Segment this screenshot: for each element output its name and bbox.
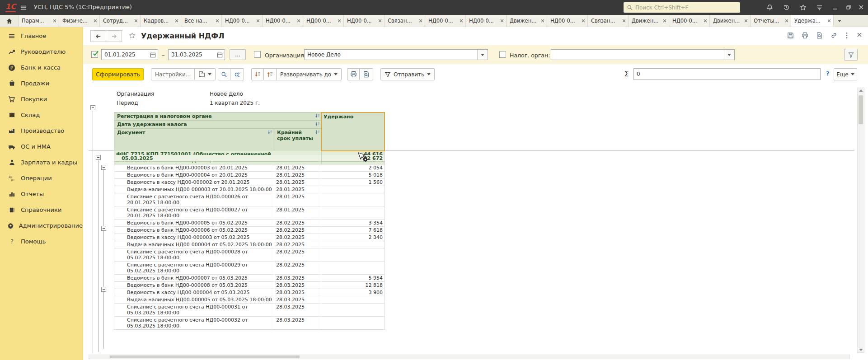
chevron-down-icon[interactable] [724,50,734,60]
column-header-date[interactable]: Дата удержания налога [114,121,321,129]
column-header-withheld-selected[interactable]: Удержано [321,112,385,151]
tab-active[interactable]: Удержа... [791,15,834,27]
tab-close-icon[interactable] [460,19,463,23]
home-tab[interactable] [0,15,19,27]
expand-to-button[interactable]: Разворачивать до [277,68,342,80]
tab-close-icon[interactable] [785,19,788,23]
scrollbar-thumb[interactable] [110,355,300,358]
settings-button[interactable]: Настройки... [151,68,195,80]
tab-close-icon[interactable] [827,19,831,23]
period-checkbox[interactable] [91,51,98,58]
tab-close-icon[interactable] [378,19,382,23]
restore-icon[interactable] [846,5,851,10]
tab-close-icon[interactable] [94,19,97,23]
report-row-doc[interactable]: Списание с расчетного счета НД00-000031 … [114,304,385,317]
sidebar-item-13[interactable]: Администрирование [0,218,83,234]
sidebar-item-12[interactable]: Справочники [0,202,83,218]
tab-item[interactable]: НД00-0... [344,15,385,27]
generate-button[interactable]: Сформировать [92,68,144,80]
tab-item[interactable]: Движен... [710,15,751,27]
horizontal-scrollbar[interactable] [89,355,850,359]
tab-item[interactable]: Все на... [181,15,222,27]
period-more-button[interactable]: ... [230,49,246,60]
preview-icon[interactable] [816,32,823,39]
sidebar-item-6[interactable]: Склад [0,107,83,123]
sidebar-item-9[interactable]: Зарплата и кадры [0,154,83,170]
tab-item[interactable]: НД00-0... [263,15,303,27]
tab-close-icon[interactable] [582,19,585,23]
filter-settings-button[interactable] [844,49,858,61]
tab-item[interactable]: Отчеты... [751,15,791,27]
tabs-overflow-button[interactable] [834,15,845,27]
tab-close-icon[interactable] [663,19,666,23]
minimize-icon[interactable] [832,5,838,10]
report-row-group[interactable]: 05.03.202522 672 [114,155,385,162]
tab-item[interactable]: Движен... [629,15,669,27]
vertical-scrollbar[interactable] [857,88,864,353]
back-button[interactable] [90,30,106,42]
favorites-icon[interactable] [800,4,807,11]
notifications-icon[interactable] [766,4,773,11]
tab-close-icon[interactable] [134,19,138,23]
tab-item[interactable]: Сотруд... [100,15,141,27]
collapse-toggle[interactable] [101,226,106,231]
report-row-doc[interactable]: Ведомость в банк НД00-000003 от 20.01.20… [114,164,385,172]
print-button[interactable] [347,68,360,80]
help-link[interactable]: ? [826,70,830,77]
sidebar-item-14[interactable]: ?Помощь [0,234,83,249]
tab-item[interactable]: Кадров... [141,15,181,27]
column-header-deadline[interactable]: Крайний срок уплаты [274,129,321,151]
collapse-toggle[interactable] [90,105,95,110]
sidebar-item-5[interactable]: Покупки [0,91,83,107]
report-row-doc[interactable]: Списание с расчетного счета НД00-000029 … [114,262,385,275]
date-from-field[interactable]: 01.01.2025 [101,49,158,60]
scrollbar-thumb[interactable] [859,95,863,124]
tab-close-icon[interactable] [419,19,422,23]
tax-authority-checkbox[interactable] [499,51,506,58]
report-row-doc[interactable]: Выдача наличных НД00-000004 от 05.02.202… [114,241,385,248]
close-report-icon[interactable] [857,32,862,37]
tab-item[interactable]: НД00-0... [547,15,588,27]
sidebar-item-2[interactable]: Руководителю [0,44,83,60]
report-row-doc[interactable]: Выдача наличных НД00-000003 от 20.01.202… [114,186,385,193]
sidebar-item-4[interactable]: Продажи [0,75,83,91]
column-header-document[interactable]: Документ [114,129,274,151]
tab-close-icon[interactable] [175,19,178,23]
chevron-down-icon[interactable] [477,50,488,60]
cancel-search-button[interactable] [230,68,244,80]
sort-icon[interactable] [315,122,320,126]
tax-authority-select[interactable] [551,49,735,60]
report-row-doc[interactable]: Ведомость в банк НД00-000007 от 05.03.20… [114,275,385,282]
service-menu-icon[interactable] [816,4,823,11]
report-row-doc[interactable]: Выдача наличных НД00-000005 от 05.03.202… [114,296,385,304]
print-icon[interactable] [802,32,808,39]
autosum-field[interactable]: 0 [633,68,821,80]
report-row-doc[interactable]: Ведомость в банк НД00-000004 от 20.01.20… [114,172,385,179]
calendar-icon[interactable] [215,50,225,60]
history-icon[interactable] [783,4,790,11]
report-row-doc[interactable]: Ведомость в банк НД00-000008 от 05.03.20… [114,282,385,289]
forward-button[interactable] [106,30,122,42]
tab-close-icon[interactable] [500,19,504,23]
organization-select[interactable]: Новое Дело [304,49,488,60]
save-icon[interactable] [787,32,794,39]
tab-close-icon[interactable] [541,19,544,23]
collapse-groups-button[interactable] [251,68,264,80]
global-search-input[interactable]: Поиск Ctrl+Shift+F [624,2,740,13]
tab-item[interactable]: НД00-0... [466,15,507,27]
report-row-doc[interactable]: Ведомость в банк НД00-000006 от 05.02.20… [114,227,385,234]
find-button[interactable] [218,68,230,80]
sort-icon[interactable] [315,113,320,118]
report-row-doc[interactable]: Списание с расчетного счета НД00-000027 … [114,206,385,220]
collapse-toggle[interactable] [101,165,106,170]
tab-close-icon[interactable] [256,19,260,23]
favorite-star-icon[interactable] [129,32,136,39]
tab-item[interactable]: Движен... [507,15,547,27]
collapse-toggle[interactable] [101,287,106,292]
tab-item[interactable]: Связан... [588,15,629,27]
tab-close-icon[interactable] [622,19,626,23]
sidebar-item-11[interactable]: Отчеты [0,186,83,202]
send-button[interactable]: Отправить [380,68,435,80]
date-to-field[interactable]: 31.03.2025 [168,49,225,60]
tab-item[interactable]: НД00-0... [222,15,263,27]
